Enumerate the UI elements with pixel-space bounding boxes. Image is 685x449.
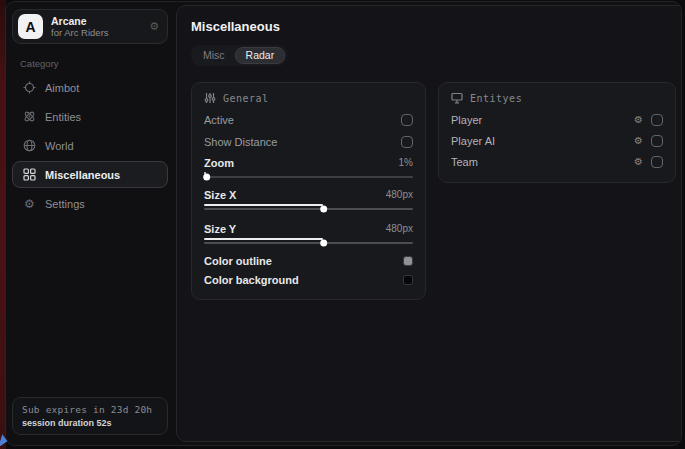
gear-icon[interactable]: ⚙ xyxy=(634,157,643,167)
page-title: Miscellaneous xyxy=(191,19,676,34)
category-label: Category xyxy=(20,58,170,69)
gear-icon: ⚙ xyxy=(23,197,36,210)
size-x-slider[interactable] xyxy=(204,204,413,213)
zoom-slider[interactable] xyxy=(204,172,413,181)
subscription-status-card: Sub expires in 23d 20h session duration … xyxy=(12,397,168,435)
sidebar-item-label: Settings xyxy=(45,198,85,210)
size-y-value: 480px xyxy=(386,223,413,234)
session-duration-text: session duration 52s xyxy=(22,418,158,428)
globe-icon xyxy=(23,139,36,152)
size-y-slider[interactable] xyxy=(204,238,413,247)
sidebar-item-entities[interactable]: Entities xyxy=(12,103,168,130)
entities-panel-title: Entityes xyxy=(470,93,522,104)
show-distance-label: Show Distance xyxy=(204,136,277,148)
row-color-background: Color background xyxy=(204,270,413,289)
sidebar-item-world[interactable]: World xyxy=(12,132,168,159)
row-player-ai: Player AI ⚙ xyxy=(451,130,663,151)
player-ai-label: Player AI xyxy=(451,135,634,147)
sidebar-item-label: Entities xyxy=(45,111,81,123)
player-checkbox[interactable] xyxy=(651,114,663,126)
size-x-value: 480px xyxy=(386,189,413,200)
team-label: Team xyxy=(451,156,634,168)
size-x-label: Size X xyxy=(204,189,236,201)
color-outline-swatch[interactable] xyxy=(403,256,413,266)
tab-misc[interactable]: Misc xyxy=(193,47,235,64)
show-distance-checkbox[interactable] xyxy=(401,136,413,148)
sub-expiry-text: Sub expires in 23d 20h xyxy=(22,404,158,415)
sidebar-item-settings[interactable]: ⚙ Settings xyxy=(12,190,168,217)
row-zoom: Zoom 1% xyxy=(204,153,413,172)
sidebar: A Arcane for Arc Riders ⚙ Category Aimbo… xyxy=(6,2,174,445)
sidebar-item-label: World xyxy=(45,140,74,152)
app-logo: A xyxy=(18,14,43,39)
sidebar-item-aimbot[interactable]: Aimbot xyxy=(12,74,168,101)
row-show-distance: Show Distance xyxy=(204,131,413,153)
entities-panel: Entityes Player ⚙ Player AI ⚙ Team ⚙ xyxy=(438,82,676,183)
general-panel: General Active Show Distance Zoom 1% xyxy=(191,82,426,300)
team-checkbox[interactable] xyxy=(651,156,663,168)
logo-card: A Arcane for Arc Riders ⚙ xyxy=(12,9,168,44)
gear-icon[interactable]: ⚙ xyxy=(634,115,643,125)
size-y-slider-thumb[interactable] xyxy=(320,239,327,246)
app-window: A Arcane for Arc Riders ⚙ Category Aimbo… xyxy=(5,1,682,446)
zoom-value: 1% xyxy=(399,157,413,168)
atom-icon xyxy=(23,110,36,123)
color-outline-label: Color outline xyxy=(204,255,272,267)
color-background-label: Color background xyxy=(204,274,299,286)
sidebar-item-label: Miscellaneous xyxy=(45,169,120,181)
monitor-icon xyxy=(451,92,463,104)
zoom-slider-thumb[interactable] xyxy=(203,173,210,180)
color-background-swatch[interactable] xyxy=(403,275,413,285)
player-label: Player xyxy=(451,114,634,126)
tab-radar[interactable]: Radar xyxy=(235,47,286,64)
app-title: Arcane xyxy=(51,15,149,27)
tab-bar: Misc Radar xyxy=(191,45,287,66)
row-size-y: Size Y 480px xyxy=(204,219,413,238)
logo-texts: Arcane for Arc Riders xyxy=(51,15,149,38)
gear-icon[interactable]: ⚙ xyxy=(149,21,159,32)
app-subtitle: for Arc Riders xyxy=(51,27,149,38)
grid-icon xyxy=(23,168,36,181)
active-checkbox[interactable] xyxy=(401,114,413,126)
zoom-label: Zoom xyxy=(204,157,234,169)
general-panel-title: General xyxy=(223,93,269,104)
row-active: Active xyxy=(204,109,413,131)
player-ai-checkbox[interactable] xyxy=(651,135,663,147)
gear-icon[interactable]: ⚙ xyxy=(634,136,643,146)
sidebar-item-label: Aimbot xyxy=(45,82,79,94)
row-color-outline: Color outline xyxy=(204,251,413,270)
main-content: Miscellaneous Misc Radar General xyxy=(176,5,682,442)
size-x-slider-thumb[interactable] xyxy=(320,205,327,212)
active-label: Active xyxy=(204,114,234,126)
size-y-label: Size Y xyxy=(204,223,236,235)
row-size-x: Size X 480px xyxy=(204,185,413,204)
row-player: Player ⚙ xyxy=(451,109,663,130)
row-team: Team ⚙ xyxy=(451,151,663,172)
sliders-icon xyxy=(204,92,216,104)
sidebar-item-miscellaneous[interactable]: Miscellaneous xyxy=(12,161,168,188)
crosshair-icon xyxy=(23,81,36,94)
